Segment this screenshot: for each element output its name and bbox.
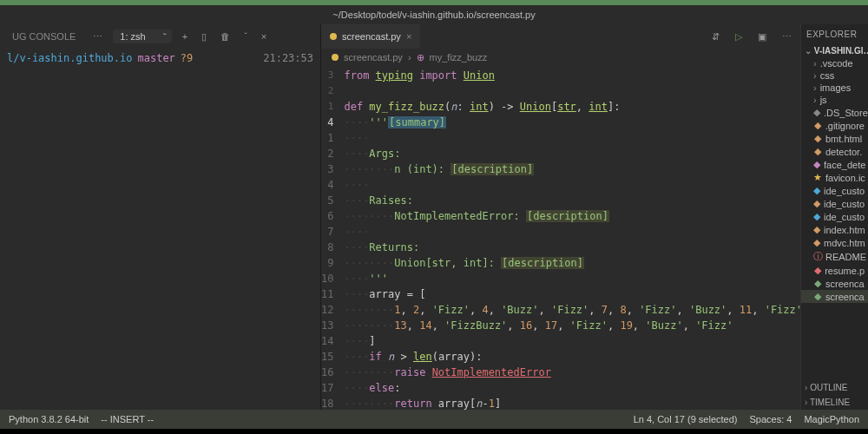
explorer-file[interactable]: ⓘREADME	[801, 249, 868, 264]
breadcrumb-symbol[interactable]: my_fizz_buzz	[430, 52, 488, 62]
explorer-folder[interactable]: ›images	[801, 82, 868, 94]
explorer-file[interactable]: ★favicon.ic	[801, 171, 868, 184]
panel-menu-icon[interactable]: ⋯	[89, 30, 106, 44]
debug-console-tab[interactable]: UG CONSOLE	[5, 28, 82, 45]
close-tab-icon[interactable]: ×	[406, 31, 411, 42]
explorer-folder[interactable]: ›js	[801, 94, 868, 106]
status-bar: Python 3.8.2 64-bit -- INSERT -- Ln 4, C…	[0, 410, 868, 429]
explorer-file[interactable]: ◆.gitignore	[801, 119, 868, 132]
status-language[interactable]: MagicPython	[804, 414, 859, 424]
chevron-right-icon: ›	[813, 58, 817, 69]
chevron-right-icon: ›	[813, 82, 817, 93]
timeline-section[interactable]: › TIMELINE	[801, 395, 868, 410]
explorer-file[interactable]: ◆resume.p	[801, 264, 868, 277]
python-file-icon: ·	[332, 54, 339, 61]
explorer-folder[interactable]: ›.vscode	[801, 57, 868, 69]
kill-terminal-icon[interactable]: 🗑	[217, 30, 233, 43]
explorer-file[interactable]: ◆detector.	[801, 145, 868, 158]
file-icon: ◆	[813, 185, 820, 196]
file-icon: ◆	[813, 265, 821, 276]
explorer-file[interactable]: ◆ide_custo	[801, 184, 868, 197]
file-icon: ◆	[813, 237, 820, 248]
explorer-file[interactable]: ◆screenca	[801, 277, 868, 290]
editor-tabbar: · screencast.py × ⇵ ▷ ▣ ⋯	[321, 24, 800, 49]
file-icon: ⓘ	[813, 250, 822, 263]
editor-gutter[interactable]: 3214123456789101112131415161718	[321, 68, 344, 410]
outline-section[interactable]: › OUTLINE	[801, 380, 868, 395]
explorer-file[interactable]: ◆index.htm	[801, 223, 868, 236]
explorer-file[interactable]: ◆screenca	[801, 290, 868, 303]
chevron-right-icon: ›	[813, 95, 817, 105]
file-icon: ◆	[813, 224, 820, 235]
file-icon: ◆	[813, 133, 822, 144]
python-file-icon: ·	[330, 33, 337, 40]
chevron-right-icon: ›	[805, 398, 807, 407]
explorer-title: EXPLORER	[801, 24, 868, 44]
status-spaces[interactable]: Spaces: 4	[749, 414, 792, 424]
file-icon: ◆	[813, 198, 820, 209]
explorer-file[interactable]: ◆mdvc.htm	[801, 236, 868, 249]
status-python[interactable]: Python 3.8.2 64-bit	[9, 414, 89, 424]
explorer-file[interactable]: ◆bmt.html	[801, 132, 868, 145]
split-editor-icon[interactable]: ▣	[754, 30, 770, 44]
function-icon: ⊕	[417, 52, 424, 63]
file-icon: ◆	[813, 278, 822, 289]
chevron-down-icon: ⌄	[805, 46, 812, 56]
chevron-down-icon: ˇ	[163, 32, 167, 43]
breadcrumb[interactable]: · screencast.py › ⊕ my_fizz_buzz	[321, 49, 800, 66]
terminal-time: 21:23:53	[263, 52, 313, 64]
compare-icon[interactable]: ⇵	[708, 30, 723, 44]
terminal-body[interactable]: l/v-iashin.github.io master ?9 21:23:53	[0, 49, 320, 410]
file-icon: ◆	[813, 159, 820, 170]
file-icon: ◆	[813, 107, 820, 118]
status-cursor[interactable]: Ln 4, Col 17 (9 selected)	[634, 414, 738, 424]
file-icon: ◆	[813, 291, 822, 302]
explorer-folder[interactable]: ›css	[801, 69, 868, 82]
file-icon: ★	[813, 172, 822, 183]
terminal-dirty: ?9	[181, 52, 193, 64]
file-icon: ◆	[813, 146, 822, 157]
outline-label: OUTLINE	[810, 383, 847, 392]
breadcrumb-sep-icon: ›	[408, 52, 411, 62]
new-terminal-icon[interactable]: +	[179, 30, 191, 43]
terminal-selector-label: 1: zsh	[120, 31, 145, 42]
chevron-right-icon: ›	[813, 70, 817, 81]
explorer-panel: EXPLORER ⌄ V-IASHIN.GI… ›.vscode›css›ima…	[800, 24, 868, 410]
terminal-branch: master	[138, 52, 175, 64]
editor-more-icon[interactable]: ⋯	[779, 30, 795, 44]
terminal-selector[interactable]: 1: zsh ˇ	[113, 30, 171, 43]
file-icon: ◆	[813, 120, 822, 131]
file-icon: ◆	[813, 211, 820, 222]
explorer-root-label: V-IASHIN.GI…	[814, 46, 868, 56]
explorer-file[interactable]: ◆face_dete	[801, 158, 868, 171]
window-title: ~/Desktop/todel/v-iashin.github.io/scree…	[0, 5, 868, 24]
explorer-root[interactable]: ⌄ V-IASHIN.GI…	[801, 44, 868, 57]
terminal-panel: UG CONSOLE ⋯ 1: zsh ˇ + ▯ 🗑 ˇ × l/v-iash…	[0, 24, 321, 410]
close-panel-icon[interactable]: ×	[258, 30, 270, 43]
editor-tab-screencast[interactable]: · screencast.py ×	[321, 24, 420, 49]
timeline-label: TIMELINE	[810, 398, 850, 407]
run-icon[interactable]: ▷	[732, 30, 746, 44]
terminal-chevron-icon[interactable]: ˇ	[240, 30, 251, 43]
tab-label: screencast.py	[342, 31, 401, 42]
split-terminal-icon[interactable]: ▯	[198, 30, 210, 44]
status-mode: -- INSERT --	[101, 414, 154, 424]
explorer-file[interactable]: ◆ide_custo	[801, 210, 868, 223]
explorer-file[interactable]: ◆.DS_Store	[801, 106, 868, 119]
chevron-right-icon: ›	[805, 383, 807, 392]
explorer-file[interactable]: ◆ide_custo	[801, 197, 868, 210]
editor-code[interactable]: from typing import Uniondef my_fizz_buzz…	[344, 68, 800, 410]
terminal-cwd: l/v-iashin.github.io	[7, 52, 133, 64]
breadcrumb-file[interactable]: screencast.py	[344, 52, 403, 62]
